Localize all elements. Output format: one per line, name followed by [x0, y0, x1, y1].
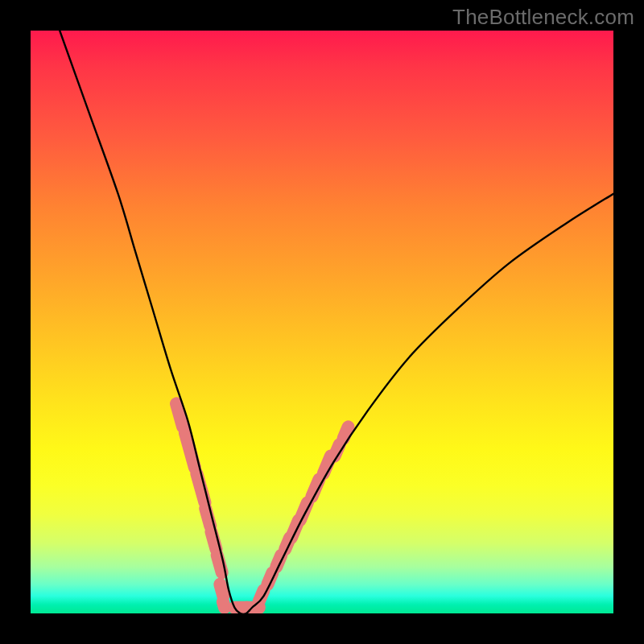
marker-capsule — [223, 602, 225, 608]
marker-capsule — [196, 473, 204, 502]
marker-capsule — [176, 403, 183, 427]
marker-capsule — [343, 427, 348, 438]
marker-group — [176, 403, 349, 607]
chart-frame: TheBottleneck.com — [0, 0, 644, 644]
watermark-text: TheBottleneck.com — [452, 5, 634, 30]
plot-area — [31, 31, 613, 613]
chart-svg — [31, 31, 613, 613]
bottleneck-curve — [60, 31, 613, 613]
marker-capsule — [220, 584, 223, 596]
